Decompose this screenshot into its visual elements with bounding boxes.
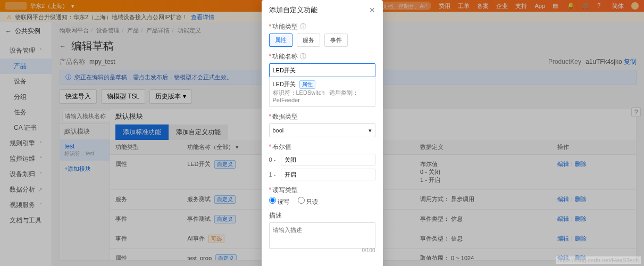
rw-ro-label: 只读: [306, 198, 318, 205]
ftype-label: 功能类型: [272, 23, 298, 30]
suggest-cat-label: 适用类别：: [329, 89, 358, 96]
suggest-tag: 属性: [299, 80, 315, 89]
rw-ro[interactable]: 只读: [298, 197, 318, 206]
fname-label: 功能名称: [272, 53, 298, 60]
ftype-radio-group: 属性 服务 事件: [269, 34, 375, 47]
suggest-id: LEDSwitch: [296, 89, 325, 96]
suggest-name: LED开关: [273, 81, 296, 87]
bool-label: 布尔值: [272, 143, 291, 151]
ftype-event[interactable]: 事件: [324, 34, 348, 47]
dtype-select[interactable]: bool ▾: [269, 123, 375, 137]
bool1-key: 1 -: [269, 171, 278, 178]
info-icon: ⓘ: [300, 23, 306, 30]
rw-label: 读写类型: [272, 186, 298, 194]
desc-textarea[interactable]: [269, 222, 375, 249]
suggest-cat: PetFeeder: [273, 97, 300, 103]
dtype-label: 数据类型: [272, 113, 298, 120]
dialog-title: 添加自定义功能: [269, 5, 317, 15]
desc-label: 描述: [269, 211, 375, 220]
fname-suggest[interactable]: LED开关 属性 标识符：LEDSwitch 适用类别：PetFeeder: [269, 77, 375, 107]
bool0-input[interactable]: [281, 154, 375, 165]
bool0-key: 0 -: [269, 156, 278, 163]
rw-rw[interactable]: 读写: [269, 197, 289, 206]
ftype-service[interactable]: 服务: [297, 34, 320, 47]
watermark: https://blog.csdn.net/HaaSTech: [556, 256, 641, 264]
rw-rw-label: 读写: [278, 198, 289, 205]
suggest-id-label: 标识符：: [273, 89, 296, 96]
bool1-input[interactable]: [281, 169, 375, 180]
close-icon[interactable]: ✕: [369, 6, 375, 14]
info-icon: ⓘ: [300, 53, 306, 60]
ftype-attr[interactable]: 属性: [269, 34, 292, 47]
add-custom-dialog: 添加自定义功能 ✕ *功能类型 ⓘ 属性 服务 事件 *功能名称 ⓘ LED开关…: [262, 0, 383, 266]
chevron-down-icon: ▾: [369, 127, 372, 134]
dtype-value: bool: [273, 127, 284, 134]
modal-overlay: 添加自定义功能 ✕ *功能类型 ⓘ 属性 服务 事件 *功能名称 ⓘ LED开关…: [0, 0, 644, 266]
rw-radio-group: 读写 只读: [269, 197, 375, 206]
fname-input[interactable]: [269, 63, 375, 77]
